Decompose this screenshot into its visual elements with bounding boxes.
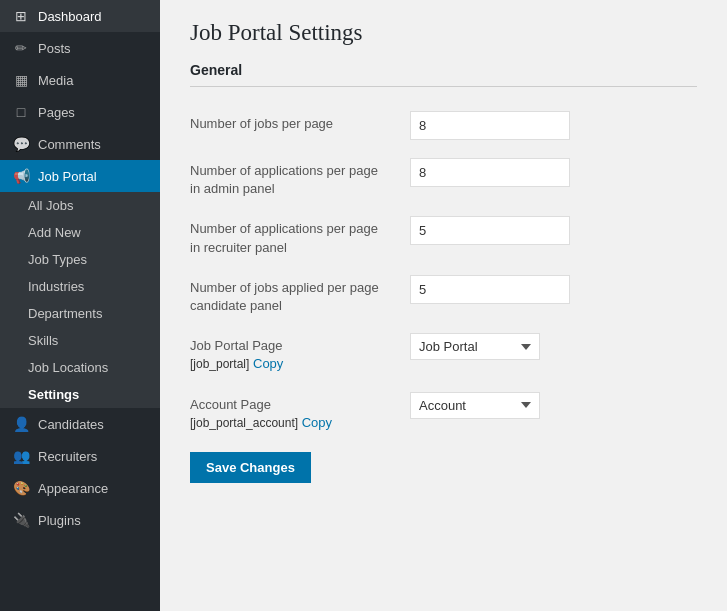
field-cell-portal-page: Job Portal [410,325,697,383]
apps-admin-input[interactable] [410,158,570,187]
portal-copy-link[interactable]: Copy [253,356,283,371]
sidebar-item-label: Comments [38,137,101,152]
media-icon: ▦ [12,72,30,88]
sidebar-item-label: Plugins [38,513,81,528]
sidebar-submenu-item-departments[interactable]: Departments [0,300,160,327]
field-label-portal-page: Job Portal Page [job_portal] Copy [190,325,410,383]
sidebar-item-plugins[interactable]: 🔌 Plugins [0,504,160,536]
table-row: Job Portal Page [job_portal] Copy Job Po… [190,325,697,383]
plugins-icon: 🔌 [12,512,30,528]
field-cell-account-page: Account [410,384,697,442]
sidebar-submenu-item-job-types[interactable]: Job Types [0,246,160,273]
sidebar-item-label: Posts [38,41,71,56]
appearance-icon: 🎨 [12,480,30,496]
sidebar-item-job-portal[interactable]: 📢 Job Portal [0,160,160,192]
account-page-select[interactable]: Account [410,392,540,419]
account-shortcode: [job_portal_account] [190,416,298,430]
field-cell-jobs-per-page [410,103,697,150]
section-general: General [190,62,697,87]
sidebar-submenu-item-industries[interactable]: Industries [0,273,160,300]
field-label-jobs-candidate: Number of jobs applied per page candidat… [190,267,410,325]
sidebar-item-candidates[interactable]: 👤 Candidates [0,408,160,440]
field-label-apps-recruiter: Number of applications per page in recru… [190,208,410,266]
job-portal-submenu: All Jobs Add New Job Types Industries De… [0,192,160,408]
sidebar-item-label: Job Portal [38,169,97,184]
sidebar-item-label: Recruiters [38,449,97,464]
apps-recruiter-input[interactable] [410,216,570,245]
table-row: Number of applications per page in recru… [190,208,697,266]
save-changes-button[interactable]: Save Changes [190,452,311,483]
field-label-account-page: Account Page [job_portal_account] Copy [190,384,410,442]
portal-shortcode: [job_portal] [190,357,249,371]
portal-page-select[interactable]: Job Portal [410,333,540,360]
recruiters-icon: 👥 [12,448,30,464]
sidebar-item-media[interactable]: ▦ Media [0,64,160,96]
dashboard-icon: ⊞ [12,8,30,24]
sidebar-item-appearance[interactable]: 🎨 Appearance [0,472,160,504]
main-content: Job Portal Settings General Number of jo… [160,0,727,611]
field-cell-apps-admin [410,150,697,208]
table-row: Number of applications per page in admin… [190,150,697,208]
field-cell-apps-recruiter [410,208,697,266]
sidebar-item-label: Dashboard [38,9,102,24]
settings-form: Number of jobs per page Number of applic… [190,103,697,442]
sidebar-submenu-item-settings[interactable]: Settings [0,381,160,408]
sidebar-item-label: Candidates [38,417,104,432]
field-label-apps-admin: Number of applications per page in admin… [190,150,410,208]
sidebar-item-posts[interactable]: ✏ Posts [0,32,160,64]
field-cell-jobs-candidate [410,267,697,325]
job-portal-icon: 📢 [12,168,30,184]
comments-icon: 💬 [12,136,30,152]
table-row: Number of jobs per page [190,103,697,150]
candidates-icon: 👤 [12,416,30,432]
sidebar-item-pages[interactable]: □ Pages [0,96,160,128]
table-row: Account Page [job_portal_account] Copy A… [190,384,697,442]
jobs-candidate-input[interactable] [410,275,570,304]
pages-icon: □ [12,104,30,120]
sidebar-submenu-item-all-jobs[interactable]: All Jobs [0,192,160,219]
posts-icon: ✏ [12,40,30,56]
sidebar-submenu-item-add-new[interactable]: Add New [0,219,160,246]
page-title: Job Portal Settings [190,20,697,46]
field-label-jobs-per-page: Number of jobs per page [190,103,410,150]
table-row: Number of jobs applied per page candidat… [190,267,697,325]
sidebar-item-recruiters[interactable]: 👥 Recruiters [0,440,160,472]
sidebar-item-label: Pages [38,105,75,120]
jobs-per-page-input[interactable] [410,111,570,140]
sidebar-item-comments[interactable]: 💬 Comments [0,128,160,160]
sidebar-submenu-item-skills[interactable]: Skills [0,327,160,354]
sidebar-item-label: Media [38,73,73,88]
account-copy-link[interactable]: Copy [302,415,332,430]
sidebar-item-dashboard[interactable]: ⊞ Dashboard [0,0,160,32]
sidebar: ⊞ Dashboard ✏ Posts ▦ Media □ Pages 💬 Co… [0,0,160,611]
sidebar-submenu-item-job-locations[interactable]: Job Locations [0,354,160,381]
sidebar-item-label: Appearance [38,481,108,496]
